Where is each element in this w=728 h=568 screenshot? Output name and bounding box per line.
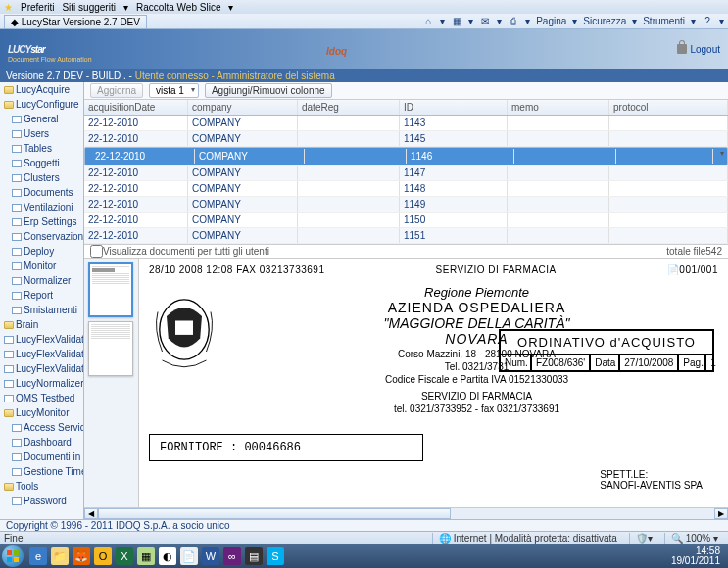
doc-region: Regione Piemonte bbox=[235, 285, 718, 300]
tree-item-gestione-timer[interactable]: Gestione Timer bbox=[0, 464, 83, 479]
tree-item-password[interactable]: Password bbox=[0, 494, 83, 508]
tree-item-lucyflexvalidationest[interactable]: LucyFlexValidationEst bbox=[0, 332, 83, 347]
doc-icon bbox=[4, 351, 14, 358]
col-protocol[interactable]: protocol bbox=[609, 100, 728, 115]
table-row[interactable]: 22-12-2010COMPANY1146 bbox=[84, 147, 728, 166]
nav-tree[interactable]: LucyAcquireLucyConfigureGeneralUsersTabl… bbox=[0, 82, 84, 519]
tree-item-deploy[interactable]: Deploy bbox=[0, 244, 83, 259]
tree-item-lucyflexvalidationmario[interactable]: LucyFlexValidationMario bbox=[0, 361, 83, 376]
table-row[interactable]: 22-12-2010COMPANY1150 bbox=[84, 213, 728, 228]
col-memo[interactable]: memo bbox=[508, 100, 609, 115]
tree-item-lucymonitor[interactable]: LucyMonitor bbox=[0, 405, 83, 420]
app-tagline: Document Flow Automation bbox=[8, 56, 92, 63]
scroll-left-icon[interactable]: ◀ bbox=[84, 508, 98, 519]
tree-item-soggetti[interactable]: Soggetti bbox=[0, 156, 83, 170]
print-icon[interactable]: ⎙ bbox=[508, 16, 519, 27]
doc-icon bbox=[12, 248, 22, 256]
taskbar-vs-icon[interactable]: ∞ bbox=[223, 547, 241, 565]
horizontal-scrollbar[interactable]: ◀ ▶ bbox=[84, 507, 728, 519]
page-thumbnail[interactable] bbox=[88, 321, 133, 376]
ie-menu-page[interactable]: Pagina bbox=[536, 16, 566, 26]
browser-tab[interactable]: ◆ LucyStar Versione 2.7 DEV bbox=[4, 15, 147, 28]
tree-item-oms-testbed[interactable]: OMS Testbed bbox=[0, 391, 83, 405]
tree-label: Password bbox=[24, 496, 67, 506]
tree-item-dashboard[interactable]: Dashboard bbox=[0, 435, 83, 450]
tree-item-erp-settings[interactable]: Erp Settings bbox=[0, 214, 83, 229]
taskbar-explorer-icon[interactable]: 📁 bbox=[51, 547, 69, 565]
taskbar-ie-icon[interactable]: e bbox=[29, 547, 47, 565]
taskbar-editor-icon[interactable]: ▤ bbox=[245, 547, 263, 565]
tree-item-access-service[interactable]: Access Service bbox=[0, 420, 83, 435]
taskbar-excel-icon[interactable]: X bbox=[116, 547, 133, 565]
cell-memo bbox=[508, 131, 609, 146]
tree-item-users[interactable]: Users bbox=[0, 126, 83, 141]
tree-item-lucyacquire[interactable]: LucyAcquire bbox=[0, 82, 83, 97]
taskbar-word-icon[interactable]: W bbox=[202, 547, 219, 565]
page-thumbnail[interactable] bbox=[88, 262, 133, 317]
scroll-right-icon[interactable]: ▶ bbox=[714, 508, 728, 519]
tree-item-lucynormalizer[interactable]: LucyNormalizer bbox=[0, 376, 83, 391]
suggested-sites[interactable]: Siti suggeriti bbox=[62, 2, 115, 13]
protected-mode-icon[interactable]: 🛡️▾ bbox=[629, 533, 658, 544]
taskbar-firefox-icon[interactable]: 🦊 bbox=[73, 547, 90, 565]
tree-label: OMS Testbed bbox=[16, 393, 74, 403]
scroll-thumb[interactable] bbox=[98, 508, 451, 519]
col-date-reg[interactable]: dateReg bbox=[298, 100, 400, 115]
refresh-button[interactable]: Aggiorna bbox=[90, 83, 143, 98]
mail-icon[interactable]: ✉ bbox=[479, 16, 491, 27]
tree-item-documenti-in-errore[interactable]: Documenti in errore bbox=[0, 450, 83, 464]
ie-menu-tools[interactable]: Strumenti bbox=[643, 16, 685, 26]
tree-item-conservazione[interactable]: Conservazione bbox=[0, 229, 83, 244]
thumbnail-strip bbox=[84, 259, 139, 507]
webslice-gallery[interactable]: Raccolta Web Slice bbox=[136, 2, 221, 13]
tree-item-lucyconfigure[interactable]: LucyConfigure bbox=[0, 97, 83, 112]
taskbar-app-icon[interactable]: ▦ bbox=[137, 547, 155, 565]
tree-item-documents[interactable]: Documents bbox=[0, 185, 83, 200]
tree-item-monitor[interactable]: Monitor bbox=[0, 259, 83, 273]
taskbar-chrome-icon[interactable]: ◐ bbox=[159, 547, 176, 565]
tree-item-lucyflexvalidationlorenzo[interactable]: LucyFlexValidationLorenzo bbox=[0, 347, 83, 361]
table-row[interactable]: 22-12-2010COMPANY1147 bbox=[84, 166, 728, 181]
table-row[interactable]: 22-12-2010COMPANY1143 bbox=[84, 116, 728, 131]
col-company[interactable]: company bbox=[188, 100, 298, 115]
taskbar-notepad-icon[interactable]: 📄 bbox=[180, 547, 198, 565]
home-icon[interactable]: ⌂ bbox=[422, 16, 434, 27]
taskbar-outlook-icon[interactable]: O bbox=[94, 547, 112, 565]
view-select[interactable]: vista 1 bbox=[149, 83, 199, 98]
table-row[interactable]: 22-12-2010COMPANY1148 bbox=[84, 181, 728, 197]
taskbar-skype-icon[interactable]: S bbox=[267, 547, 284, 565]
tree-item-tools[interactable]: Tools bbox=[0, 479, 83, 494]
feed-icon[interactable]: ▦ bbox=[451, 16, 462, 27]
cell-date: 22-12-2010 bbox=[84, 166, 188, 180]
table-row[interactable]: 22-12-2010COMPANY1151 bbox=[84, 228, 728, 244]
col-acquisition-date[interactable]: acquisitionDate bbox=[84, 100, 188, 115]
tree-item-normalizer[interactable]: Normalizer bbox=[0, 273, 83, 288]
favorites-star-icon[interactable]: ★ bbox=[4, 2, 13, 13]
start-button[interactable] bbox=[2, 545, 24, 567]
cell-memo bbox=[508, 213, 609, 227]
tree-label: Erp Settings bbox=[24, 216, 76, 227]
columns-button[interactable]: Aggiungi/Rimuovi colonne bbox=[205, 83, 332, 98]
tree-item-clusters[interactable]: Clusters bbox=[0, 170, 83, 185]
zoom-control[interactable]: 🔍 100% ▾ bbox=[664, 533, 724, 544]
logout-button[interactable]: Logout bbox=[677, 44, 720, 55]
ie-status-left: Fine bbox=[4, 533, 23, 544]
system-tray[interactable]: 14:58 19/01/2011 bbox=[671, 546, 726, 566]
tree-item-ventilazioni[interactable]: Ventilazioni bbox=[0, 200, 83, 214]
doc-icon bbox=[12, 262, 22, 270]
tree-item-brain[interactable]: Brain bbox=[0, 317, 83, 332]
help-icon[interactable]: ? bbox=[702, 16, 713, 27]
table-row[interactable]: 22-12-2010COMPANY1149 bbox=[84, 197, 728, 213]
order-title: ORDINATIVO d'ACQUISTO bbox=[499, 329, 714, 355]
tree-label: Smistamenti bbox=[24, 305, 77, 315]
tree-item-tables[interactable]: Tables bbox=[0, 141, 83, 156]
favorites-label[interactable]: Preferiti bbox=[21, 2, 54, 13]
cell-dateReg bbox=[298, 213, 400, 227]
col-id[interactable]: ID bbox=[400, 100, 508, 115]
show-all-users-checkbox[interactable] bbox=[90, 245, 103, 258]
table-row[interactable]: 22-12-2010COMPANY1145 bbox=[84, 131, 728, 147]
tree-item-report[interactable]: Report bbox=[0, 288, 83, 303]
tree-item-smistamenti[interactable]: Smistamenti bbox=[0, 303, 83, 317]
tree-item-general[interactable]: General bbox=[0, 112, 83, 126]
ie-menu-safety[interactable]: Sicurezza bbox=[583, 16, 626, 26]
